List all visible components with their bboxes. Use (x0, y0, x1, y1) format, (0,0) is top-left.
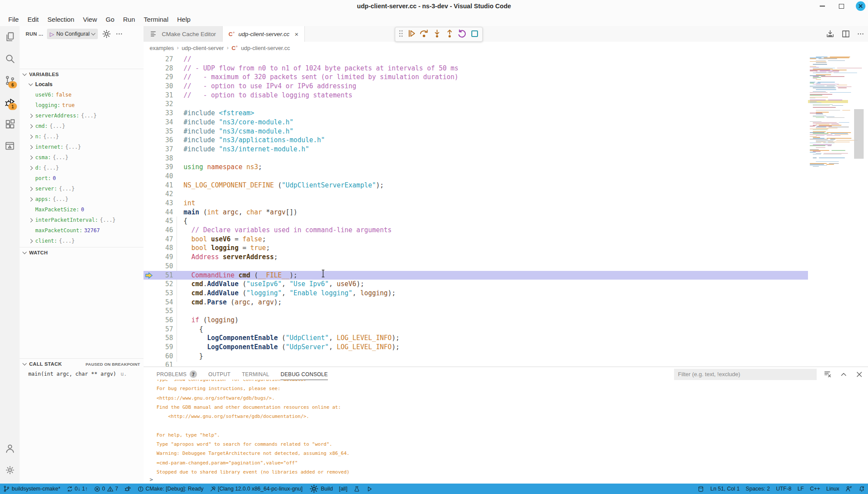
line-number[interactable]: 35 (144, 127, 181, 136)
variable-row[interactable]: d: {...} (20, 163, 144, 173)
variable-row[interactable]: serverAddress: {...} (20, 110, 144, 121)
line-number[interactable]: 38 (144, 154, 181, 163)
status-build[interactable]: Build (306, 484, 336, 494)
activity-gear[interactable] (0, 459, 20, 481)
more-actions-icon[interactable] (115, 30, 123, 38)
variable-row[interactable]: useV6: false (20, 90, 144, 100)
line-number[interactable]: 40 (144, 172, 181, 181)
breadcrumb-item[interactable]: examples (150, 45, 174, 51)
variable-row[interactable]: n: {...} (20, 131, 144, 142)
status-beaker[interactable] (351, 484, 363, 494)
minimize-icon[interactable] (818, 1, 827, 11)
gear-icon[interactable] (101, 29, 112, 39)
line-number[interactable]: 46 (144, 226, 181, 235)
line-number[interactable]: 31 (144, 91, 181, 100)
menu-item-help[interactable]: Help (173, 14, 194, 24)
line-number[interactable]: 33 (144, 109, 181, 118)
line-number[interactable]: 42 (144, 190, 181, 199)
menu-item-edit[interactable]: Edit (23, 14, 43, 24)
status-play-outline[interactable] (363, 484, 376, 494)
variable-row[interactable]: cmd: {...} (20, 121, 144, 131)
status-linux[interactable]: Linux (823, 484, 842, 494)
call-stack-frame[interactable]: main(int argc, char ** argv) u. (20, 369, 144, 379)
line-number[interactable]: 37 (144, 145, 181, 154)
code-editor[interactable]: 27//28// - UDP flow from n0 to n1 of 102… (144, 54, 808, 367)
status-database[interactable] (694, 484, 707, 494)
line-number[interactable]: 60 (144, 352, 181, 361)
line-number[interactable]: 36 (144, 136, 181, 145)
status-utf-8[interactable]: UTF-8 (773, 484, 794, 494)
line-number[interactable]: 58 (144, 334, 181, 343)
menu-item-view[interactable]: View (79, 14, 101, 24)
line-number[interactable]: 43 (144, 199, 181, 208)
line-number[interactable]: 41 (144, 181, 181, 190)
menu-item-selection[interactable]: Selection (43, 14, 78, 24)
line-number[interactable]: 49 (144, 253, 181, 262)
call-stack-section-header[interactable]: CALL STACK PAUSED ON BREAKPOINT (20, 358, 144, 369)
status-all[interactable]: [all] (336, 484, 350, 494)
debug-step-over[interactable] (419, 28, 429, 40)
variable-row[interactable]: MaxPacketSize: 0 (20, 204, 144, 215)
tab-cmake-cache-editor[interactable]: CMake Cache Editor (144, 26, 223, 42)
breadcrumb-item[interactable]: udp-client-server.cc (241, 45, 290, 51)
line-number[interactable]: 61 (144, 360, 181, 367)
variable-row[interactable]: client: {...} (20, 236, 144, 246)
status-bell[interactable] (855, 484, 868, 494)
line-number[interactable]: 52 (144, 280, 181, 289)
restore-icon[interactable] (837, 1, 846, 11)
breadcrumb-item[interactable]: udp-client-server (182, 45, 224, 51)
console-prompt[interactable]: > (150, 476, 153, 483)
debug-continue[interactable] (407, 29, 416, 40)
line-number[interactable]: 44 (144, 208, 181, 217)
status-ln-51-col-1[interactable]: Ln 51, Col 1 (707, 484, 742, 494)
line-number[interactable]: 54 (144, 298, 181, 307)
status-0[interactable]: 07 (91, 484, 121, 494)
status-lf[interactable]: LF (795, 484, 807, 494)
activity-search[interactable] (0, 48, 20, 70)
variable-row[interactable]: apps: {...} (20, 194, 144, 204)
variable-row[interactable]: logging: true (20, 100, 144, 110)
status-feedback[interactable] (842, 484, 855, 494)
activity-debug[interactable]: 1 (0, 91, 20, 113)
split-editor-icon[interactable] (841, 29, 851, 39)
menu-item-file[interactable]: File (4, 14, 23, 24)
scope-locals[interactable]: Locals (20, 79, 144, 90)
activity-source-control[interactable]: 6 (0, 70, 20, 91)
variable-row[interactable]: maxPacketCount: 32767 (20, 225, 144, 236)
clear-console-icon[interactable] (824, 370, 832, 379)
console-filter-input[interactable] (674, 369, 817, 380)
debug-step-into[interactable] (432, 29, 442, 40)
line-number[interactable]: 29 (144, 73, 181, 82)
minimap[interactable] (808, 55, 848, 172)
line-number[interactable]: 56 (144, 316, 181, 325)
variable-row[interactable]: csma: {...} (20, 152, 144, 163)
close-icon[interactable]: ✕ (856, 1, 865, 11)
status-spaces-2[interactable]: Spaces: 2 (743, 484, 773, 494)
close-panel-icon[interactable] (855, 370, 864, 379)
line-number[interactable]: 47 (144, 235, 181, 244)
watch-section-header[interactable]: WATCH (20, 247, 144, 258)
line-number[interactable]: 48 (144, 244, 181, 253)
line-number[interactable]: 39 (144, 163, 181, 172)
status-cmake-debug-ready[interactable]: CMake: [Debug]: Ready (134, 484, 207, 494)
status-c++[interactable]: C++ (807, 484, 823, 494)
more-actions-icon[interactable] (857, 30, 865, 38)
status-clang-12-0-0-x86-64-pc-linux-gnu[interactable]: [Clang 12.0.0 x86_64-pc-linux-gnu] (207, 484, 306, 494)
line-number[interactable]: 32 (144, 100, 181, 109)
line-number[interactable]: 45 (144, 217, 181, 226)
debug-stop[interactable] (470, 29, 479, 40)
collapse-panel-icon[interactable] (839, 370, 848, 379)
line-number[interactable]: 57 (144, 325, 181, 334)
variable-row[interactable]: port: 0 (20, 173, 144, 184)
editor-scrollbar[interactable] (854, 109, 864, 159)
line-number[interactable]: 59 (144, 343, 181, 352)
status-debug-alt[interactable] (121, 484, 134, 494)
tab-udp-client-server-cc[interactable]: C+udp-client-server.cc× (223, 26, 305, 42)
activity-extensions[interactable] (0, 113, 20, 135)
activity-account[interactable] (0, 437, 20, 459)
status-0-1[interactable]: 0↓ 1↑ (63, 484, 91, 494)
menu-item-run[interactable]: Run (119, 14, 139, 24)
variable-row[interactable]: internet: {...} (20, 142, 144, 152)
variables-section-header[interactable]: VARIABLES (20, 69, 144, 80)
close-icon[interactable]: × (295, 31, 299, 37)
